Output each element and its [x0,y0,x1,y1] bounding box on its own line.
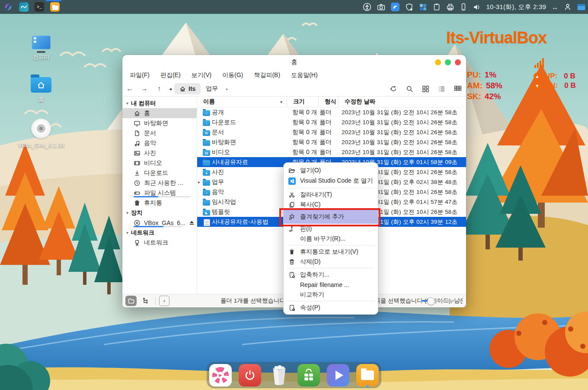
menu-item-open-with-vscode[interactable]: Visual Studio Code 로 열기 [284,175,378,187]
sidebar-item-network[interactable]: 네트워크 [122,238,197,248]
menu-item-open[interactable]: 열기(O) [284,165,378,175]
table-row[interactable]: ○공개 항목 0 개폴더2023년 10월 31일 (화) 오전 10시 26분… [197,107,466,117]
back-button[interactable]: ← [122,85,137,93]
sidebar-section-network[interactable]: ▾네트워크 [122,228,197,238]
close-button[interactable] [455,59,461,65]
folder-icon: ◣ [203,210,210,216]
trash-full-icon[interactable] [268,364,291,387]
menu-item-delete[interactable]: 삭제(D) [284,257,378,267]
column-type[interactable]: 형식 [318,97,338,107]
sidebar-section-computer[interactable]: ▾내 컴퓨터 [122,98,197,108]
user-icon[interactable] [564,3,572,11]
menu-file[interactable]: 파일(F) [130,71,150,79]
files-app-icon[interactable] [50,2,60,12]
menu-edit[interactable]: 편집(E) [160,71,181,79]
software-icon[interactable] [419,3,427,11]
terminal-icon[interactable]: >_ [35,2,44,12]
distro-logo-icon[interactable] [3,2,13,12]
breadcrumb-next[interactable]: 업무 [201,83,223,94]
menu-bookmarks[interactable]: 책갈피(B) [254,71,280,79]
column-date[interactable]: 수정한 날짜 [338,97,466,107]
home-icon [134,110,141,117]
sidebar-item-desktop[interactable]: 바탕화면 [122,118,197,128]
menu-item-compress[interactable]: 압축하기... [284,270,378,280]
menu-go[interactable]: 이동(G) [222,71,243,79]
table-row[interactable]: D문서 항목 0 개폴더2023년 10월 31일 (화) 오전 10시 26분… [197,127,466,137]
zoom-slider-handle[interactable] [427,297,435,305]
menu-item-repair-filename[interactable]: Repair filename ... [284,280,378,290]
menu-view[interactable]: 보기(V) [192,71,212,79]
table-row[interactable]: ▤비디오 항목 0 개폴더2023년 10월 31일 (화) 오전 10시 26… [197,147,466,157]
zoom-slider[interactable] [422,300,462,302]
software-center-icon[interactable] [297,364,320,387]
table-row[interactable]: ↓다운로드 항목 0 개폴더2023년 10월 31일 (화) 오전 10시 2… [197,117,466,127]
folder-icon [203,200,210,206]
compact-view-button[interactable] [454,85,462,93]
sidebar-item-videos[interactable]: 비디오 [122,158,197,168]
input-method-icon[interactable] [391,3,399,11]
menu-item-compare[interactable]: 비교하기 [284,290,378,300]
media-candy-icon[interactable]: ▶ [209,364,232,387]
menu-item-copy[interactable]: 복사(C) [284,200,378,210]
sidebar-item-recent[interactable]: 최근 사용한 … [122,178,197,188]
resize-icon[interactable]: ↔ [552,3,558,11]
phone-icon[interactable] [460,3,467,11]
sidebar-section-devices[interactable]: ▾장치 [122,208,197,218]
sidebar-item-pictures[interactable]: 사진 [122,148,197,158]
forward-button[interactable]: → [137,85,152,93]
sidebar-item-documents[interactable]: 문서 [122,128,197,138]
grid-view-button[interactable] [422,85,429,93]
wave-app-icon[interactable] [19,2,29,12]
sidebar-item-downloads[interactable]: 다운로드 [122,168,197,178]
sidebar-item-music[interactable]: 음악 [122,138,197,148]
screenshot-icon[interactable] [377,3,385,11]
computer-icon [32,35,51,49]
menu-item-cut[interactable]: 잘라내기(T) [284,190,378,200]
sidebar-item-home[interactable]: 홈 [122,108,197,118]
table-row[interactable]: 바탕화면 항목 0 개폴더2023년 10월 31일 (화) 오전 10시 26… [197,137,466,147]
menu-item-pin[interactable]: 핀(I) [284,224,378,234]
panel-clock[interactable]: 10-31(화), 오후 2:39 [486,3,546,11]
column-name[interactable]: 이름▾ [197,97,287,107]
menu-item-rename[interactable]: 이름 바꾸기(R)... [284,234,378,244]
sidebar-item-filesystem[interactable]: 파일 시스템 [122,188,197,198]
collapse-sidebar-button[interactable]: ‹ [159,296,169,306]
maximize-button[interactable] [445,59,451,65]
menu-item-properties[interactable]: 속성(P) [284,303,378,313]
up-button[interactable]: ↑ [152,85,166,93]
places-toggle-button[interactable] [125,296,137,306]
desktop-icon-vbox-cd[interactable]: VBox_GAs_6.1.38 [17,119,65,148]
treeview-toggle-button[interactable] [140,296,151,306]
volume-icon[interactable] [473,3,481,11]
folder-icon [203,180,210,186]
document-icon [134,130,141,137]
security-icon[interactable] [405,3,413,11]
files-icon[interactable] [356,364,379,387]
clipboard-icon[interactable] [433,3,441,11]
search-button[interactable] [406,85,413,93]
open-icon [288,167,296,174]
menu-help[interactable]: 도움말(H) [291,71,317,79]
desktop-icon-home[interactable]: 홈 [17,77,65,103]
sidebar-item-trash[interactable]: 휴지통 [122,198,197,208]
crumb-scroll-right-icon[interactable]: ▸ [223,86,231,92]
crumb-scroll-left-icon[interactable]: ◂ [166,86,174,92]
minimize-button[interactable] [435,59,441,65]
window-preview-icon[interactable] [577,4,585,10]
menu-item-move-to-trash[interactable]: 휴지통으로 보내기(V) [284,247,378,257]
media-player-icon[interactable] [327,364,349,387]
system-monitor: PU:1% AM:58% SK:42% [467,69,502,102]
column-size[interactable]: 크기 [287,97,318,107]
titlebar[interactable]: 홈 [122,55,466,69]
sidebar-item-vbox-cd[interactable]: VBox_GAs_6... [122,218,197,228]
list-view-button[interactable] [438,85,445,93]
eject-icon[interactable] [189,220,195,226]
desktop-icon-computer[interactable]: 컴퓨터 [17,35,65,61]
power-icon[interactable] [239,364,261,387]
accessibility-icon[interactable] [363,3,371,11]
printer-icon[interactable] [446,3,454,11]
reload-button[interactable] [390,85,397,93]
menu-item-add-to-favorites[interactable]: 즐겨찾기에 추가 [284,210,378,224]
filesystem-icon [134,190,141,197]
breadcrumb-home[interactable]: Its [174,83,201,94]
